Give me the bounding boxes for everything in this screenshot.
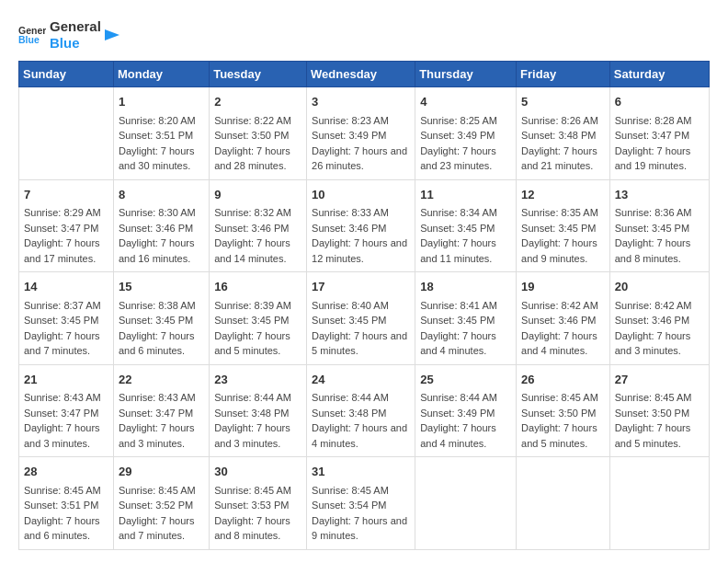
daylight-text: Daylight: 7 hours and 7 minutes.	[119, 513, 204, 544]
svg-marker-3	[105, 29, 119, 40]
calendar-cell: 21Sunrise: 8:43 AMSunset: 3:47 PMDayligh…	[19, 364, 114, 457]
sunset-text: Sunset: 3:46 PM	[615, 313, 704, 328]
day-number: 21	[24, 371, 108, 389]
daylight-text: Daylight: 7 hours and 5 minutes.	[312, 328, 410, 359]
calendar-cell: 13Sunrise: 8:36 AMSunset: 3:45 PMDayligh…	[609, 179, 709, 272]
sunset-text: Sunset: 3:45 PM	[24, 313, 108, 328]
daylight-text: Daylight: 7 hours and 6 minutes.	[24, 513, 108, 544]
day-number: 9	[214, 186, 301, 204]
calendar-cell: 31Sunrise: 8:45 AMSunset: 3:54 PMDayligh…	[307, 457, 415, 550]
daylight-text: Daylight: 7 hours and 5 minutes.	[214, 328, 301, 359]
week-row-3: 14Sunrise: 8:37 AMSunset: 3:45 PMDayligh…	[19, 272, 710, 365]
calendar-cell: 20Sunrise: 8:42 AMSunset: 3:46 PMDayligh…	[609, 272, 709, 365]
daylight-text: Daylight: 7 hours and 5 minutes.	[521, 420, 605, 451]
daylight-text: Daylight: 7 hours and 4 minutes.	[420, 420, 511, 451]
day-number: 5	[521, 93, 605, 111]
sunset-text: Sunset: 3:50 PM	[214, 128, 301, 144]
daylight-text: Daylight: 7 hours and 7 minutes.	[24, 328, 108, 359]
calendar-cell: 18Sunrise: 8:41 AMSunset: 3:45 PMDayligh…	[415, 272, 517, 365]
sunrise-text: Sunrise: 8:45 AM	[24, 483, 108, 499]
day-number: 1	[119, 93, 204, 111]
sunrise-text: Sunrise: 8:44 AM	[312, 390, 410, 406]
daylight-text: Daylight: 7 hours and 16 minutes.	[119, 236, 204, 266]
calendar-cell: 17Sunrise: 8:40 AMSunset: 3:45 PMDayligh…	[307, 272, 415, 365]
day-number: 8	[119, 186, 204, 204]
day-number: 18	[420, 278, 511, 296]
calendar-cell: 24Sunrise: 8:44 AMSunset: 3:48 PMDayligh…	[307, 364, 415, 457]
day-number: 23	[214, 371, 301, 389]
daylight-text: Daylight: 7 hours and 4 minutes.	[521, 328, 605, 359]
day-number: 16	[214, 278, 301, 296]
sunset-text: Sunset: 3:46 PM	[119, 221, 204, 236]
calendar-cell: 11Sunrise: 8:34 AMSunset: 3:45 PMDayligh…	[415, 179, 517, 272]
calendar-cell: 3Sunrise: 8:23 AMSunset: 3:49 PMDaylight…	[307, 87, 415, 180]
daylight-text: Daylight: 7 hours and 19 minutes.	[615, 144, 704, 174]
daylight-text: Daylight: 7 hours and 4 minutes.	[420, 328, 511, 359]
calendar-cell: 30Sunrise: 8:45 AMSunset: 3:53 PMDayligh…	[210, 457, 307, 550]
header-thursday: Thursday	[415, 62, 517, 87]
day-number: 7	[24, 186, 108, 204]
sunset-text: Sunset: 3:47 PM	[24, 221, 108, 236]
day-number: 17	[312, 278, 410, 296]
sunset-text: Sunset: 3:50 PM	[521, 406, 605, 421]
daylight-text: Daylight: 7 hours and 3 minutes.	[24, 420, 108, 451]
sunset-text: Sunset: 3:45 PM	[420, 221, 511, 236]
sunrise-text: Sunrise: 8:34 AM	[420, 205, 511, 221]
day-number: 4	[420, 93, 511, 111]
sunrise-text: Sunrise: 8:32 AM	[214, 205, 301, 221]
calendar-cell: 1Sunrise: 8:20 AMSunset: 3:51 PMDaylight…	[113, 87, 209, 180]
sunrise-text: Sunrise: 8:42 AM	[521, 298, 605, 314]
calendar-cell: 16Sunrise: 8:39 AMSunset: 3:45 PMDayligh…	[210, 272, 307, 365]
sunrise-text: Sunrise: 8:45 AM	[615, 390, 704, 406]
sunrise-text: Sunrise: 8:20 AM	[119, 113, 204, 129]
calendar-cell	[609, 457, 709, 550]
sunrise-text: Sunrise: 8:23 AM	[312, 113, 410, 129]
calendar-cell: 9Sunrise: 8:32 AMSunset: 3:46 PMDaylight…	[210, 179, 307, 272]
calendar-cell: 12Sunrise: 8:35 AMSunset: 3:45 PMDayligh…	[517, 179, 610, 272]
daylight-text: Daylight: 7 hours and 26 minutes.	[312, 144, 410, 174]
svg-text:Blue: Blue	[18, 34, 40, 45]
sunset-text: Sunset: 3:49 PM	[420, 128, 511, 144]
sunrise-text: Sunrise: 8:39 AM	[214, 298, 301, 314]
daylight-text: Daylight: 7 hours and 11 minutes.	[420, 236, 511, 266]
sunrise-text: Sunrise: 8:41 AM	[420, 298, 511, 314]
daylight-text: Daylight: 7 hours and 9 minutes.	[521, 236, 605, 266]
sunset-text: Sunset: 3:45 PM	[521, 221, 605, 236]
calendar-cell: 2Sunrise: 8:22 AMSunset: 3:50 PMDaylight…	[210, 87, 307, 180]
daylight-text: Daylight: 7 hours and 8 minutes.	[214, 513, 301, 544]
sunset-text: Sunset: 3:46 PM	[214, 221, 301, 236]
calendar-cell	[19, 87, 114, 180]
sunset-text: Sunset: 3:48 PM	[312, 406, 410, 421]
daylight-text: Daylight: 7 hours and 14 minutes.	[214, 236, 301, 266]
sunset-text: Sunset: 3:52 PM	[119, 498, 204, 513]
header-saturday: Saturday	[609, 62, 709, 87]
calendar-cell: 29Sunrise: 8:45 AMSunset: 3:52 PMDayligh…	[113, 457, 209, 550]
daylight-text: Daylight: 7 hours and 6 minutes.	[119, 328, 204, 359]
calendar-cell: 4Sunrise: 8:25 AMSunset: 3:49 PMDaylight…	[415, 87, 517, 180]
sunset-text: Sunset: 3:47 PM	[615, 128, 704, 144]
week-row-1: 1Sunrise: 8:20 AMSunset: 3:51 PMDaylight…	[19, 87, 710, 180]
day-number: 30	[214, 463, 301, 481]
calendar-cell: 25Sunrise: 8:44 AMSunset: 3:49 PMDayligh…	[415, 364, 517, 457]
daylight-text: Daylight: 7 hours and 12 minutes.	[312, 236, 410, 266]
daylight-text: Daylight: 7 hours and 21 minutes.	[521, 144, 605, 174]
day-number: 27	[615, 371, 704, 389]
day-number: 31	[312, 463, 410, 481]
sunrise-text: Sunrise: 8:45 AM	[214, 483, 301, 499]
sunset-text: Sunset: 3:45 PM	[214, 313, 301, 328]
sunrise-text: Sunrise: 8:25 AM	[420, 113, 511, 129]
sunset-text: Sunset: 3:45 PM	[420, 313, 511, 328]
sunset-text: Sunset: 3:46 PM	[521, 313, 605, 328]
logo-general: General	[50, 18, 101, 35]
sunset-text: Sunset: 3:45 PM	[615, 221, 704, 236]
week-row-5: 28Sunrise: 8:45 AMSunset: 3:51 PMDayligh…	[19, 457, 710, 550]
day-number: 2	[214, 93, 301, 111]
sunrise-text: Sunrise: 8:45 AM	[312, 483, 410, 499]
calendar-cell: 15Sunrise: 8:38 AMSunset: 3:45 PMDayligh…	[113, 272, 209, 365]
sunrise-text: Sunrise: 8:45 AM	[521, 390, 605, 406]
sunset-text: Sunset: 3:51 PM	[24, 498, 108, 513]
sunrise-text: Sunrise: 8:28 AM	[615, 113, 704, 129]
calendar-cell: 28Sunrise: 8:45 AMSunset: 3:51 PMDayligh…	[19, 457, 114, 550]
calendar-cell: 7Sunrise: 8:29 AMSunset: 3:47 PMDaylight…	[19, 179, 114, 272]
daylight-text: Daylight: 7 hours and 4 minutes.	[312, 420, 410, 451]
